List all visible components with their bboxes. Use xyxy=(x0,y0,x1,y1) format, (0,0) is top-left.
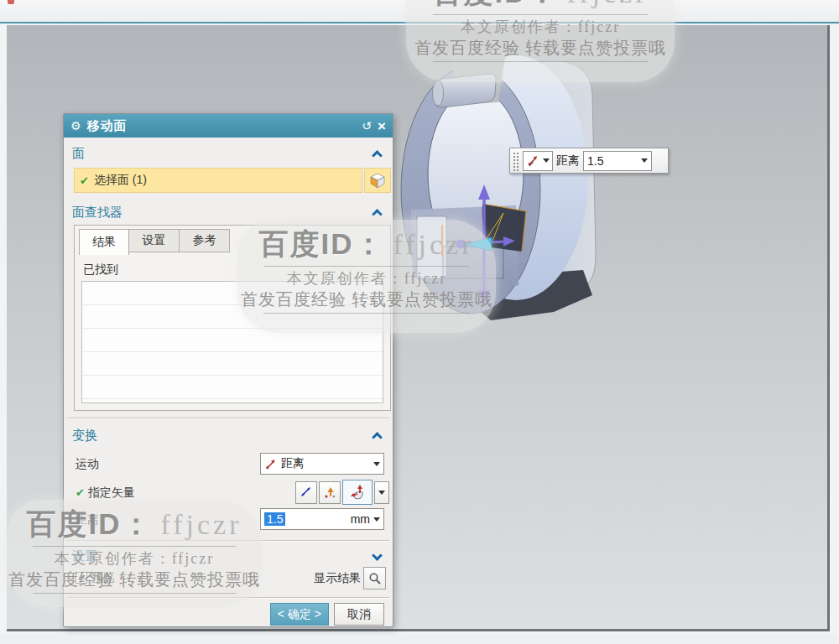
dialog-title: 移动面 xyxy=(87,118,357,134)
vector-buttons xyxy=(295,480,389,505)
section-header-transform[interactable]: 变换 xyxy=(72,426,384,444)
distance-vector-icon xyxy=(264,458,278,470)
toolbar-distance-value: 1.5 xyxy=(587,154,603,168)
tab-results[interactable]: 结果 xyxy=(79,229,129,255)
motion-combo[interactable]: 距离 xyxy=(260,453,384,475)
magnifier-icon xyxy=(368,572,382,585)
window-bottom-strip xyxy=(0,634,839,644)
chevron-down-icon xyxy=(373,462,380,470)
show-result-label: 显示结果 xyxy=(314,571,361,586)
toolbar-distance-input[interactable]: 1.5 xyxy=(583,151,652,171)
onscreen-input-toolbar: 距离 1.5 xyxy=(509,148,669,174)
ok-button[interactable]: < 确定 > xyxy=(270,603,329,626)
motion-value: 距离 xyxy=(281,456,370,471)
section-header-face[interactable]: 面 xyxy=(72,144,384,163)
settings-label: 设置 xyxy=(72,548,97,564)
distance-value: 1.5 xyxy=(264,512,285,526)
found-faces-list[interactable] xyxy=(81,281,383,403)
inferred-vector-icon xyxy=(323,486,336,499)
face-finder-tabs: 结果 设置 参考 xyxy=(79,229,230,255)
chevron-down-icon xyxy=(378,491,385,498)
specify-vector-row: ✔ 指定矢量 xyxy=(76,486,135,501)
motion-type-dropdown[interactable] xyxy=(523,151,553,171)
move-face-dialog: ⚙ 移动面 ↺ × 面 ✔ 选择面 (1) 面查找器 xyxy=(63,113,393,627)
two-point-vector-button[interactable] xyxy=(295,481,317,504)
check-icon: ✔ xyxy=(76,486,85,499)
chevron-up-icon xyxy=(372,150,383,161)
specify-vector-label: 指定矢量 xyxy=(88,486,135,499)
distance-unit: mm xyxy=(351,512,370,526)
close-icon[interactable]: × xyxy=(378,119,386,133)
toolbar-distance-label: 距离 xyxy=(556,153,580,169)
cube-icon xyxy=(368,172,387,190)
transform-label: 变换 xyxy=(72,428,97,444)
app-icon-fragment xyxy=(8,0,14,4)
select-face-label: 选择面 (1) xyxy=(94,173,147,188)
tab-reference[interactable]: 参考 xyxy=(180,229,230,252)
application-window: 距离 1.5 ⚙ 移动面 ↺ × 面 ✔ 选择面 (1) xyxy=(0,0,839,644)
preview-checkbox[interactable]: ✓ xyxy=(76,572,87,584)
motion-label: 运动 xyxy=(76,457,99,472)
chevron-up-icon xyxy=(372,209,383,220)
show-result-row: 显示结果 xyxy=(314,567,386,589)
distance-label: 距离 xyxy=(76,512,99,527)
chevron-down-icon xyxy=(372,550,383,561)
face-finder-panel: 结果 设置 参考 已找到 xyxy=(74,225,391,411)
chevron-down-icon xyxy=(373,517,380,525)
preview-label: 预览 xyxy=(91,570,115,585)
two-point-vector-icon xyxy=(300,486,313,499)
check-icon: ✔ xyxy=(80,174,89,187)
chevron-down-icon xyxy=(543,158,550,166)
section-header-settings[interactable]: 设置 xyxy=(72,547,384,565)
preview-row: ✓ 预览 xyxy=(76,570,115,585)
gear-icon: ⚙ xyxy=(70,120,81,132)
face-section-label: 面 xyxy=(72,146,85,162)
section-header-face-finder[interactable]: 面查找器 xyxy=(72,203,384,221)
dialog-buttons: < 确定 > 取消 xyxy=(270,603,384,626)
chevron-up-icon xyxy=(372,432,383,443)
face-normal-vector-button[interactable] xyxy=(342,480,373,505)
vector-hand-icon xyxy=(348,484,367,501)
cancel-button[interactable]: 取消 xyxy=(334,603,384,626)
reset-icon[interactable]: ↺ xyxy=(362,120,372,132)
vector-options-dropdown[interactable] xyxy=(374,481,389,504)
distance-field[interactable]: 1.5 mm xyxy=(260,508,384,530)
3d-model-clamp-part[interactable] xyxy=(394,40,604,330)
show-result-button[interactable] xyxy=(363,567,386,589)
separator xyxy=(67,597,389,599)
found-label: 已找到 xyxy=(83,262,118,278)
separator xyxy=(67,418,389,419)
face-filter-cube-button[interactable] xyxy=(364,168,391,193)
model-slot-pin-endcap xyxy=(433,80,444,106)
chevron-down-icon xyxy=(641,158,648,166)
window-top-strip xyxy=(0,0,839,23)
distance-vector-icon xyxy=(526,154,540,167)
dialog-titlebar[interactable]: ⚙ 移动面 ↺ × xyxy=(64,114,393,138)
toolbar-drag-grip[interactable] xyxy=(512,151,519,171)
face-finder-label: 面查找器 xyxy=(72,205,122,221)
select-face-row[interactable]: ✔ 选择面 (1) xyxy=(74,168,362,193)
tab-settings[interactable]: 设置 xyxy=(129,229,180,252)
inferred-vector-button[interactable] xyxy=(319,481,341,504)
separator xyxy=(67,540,389,542)
